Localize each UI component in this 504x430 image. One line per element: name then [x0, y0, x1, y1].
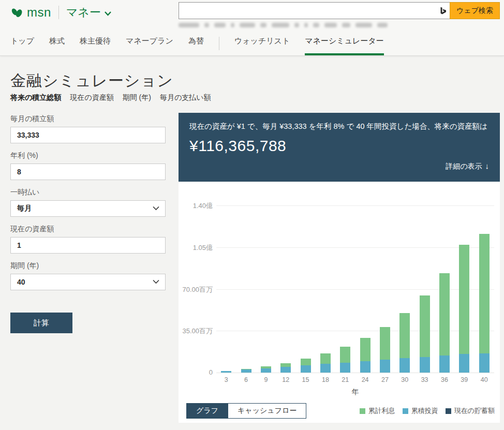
- x-axis-tick: 40: [474, 376, 494, 383]
- main-nav: トップ株式株主優待マネープラン為替ウォッチリストマネーシミュレーター: [10, 36, 399, 55]
- chart-legend: 累計利息累積投資現在の貯蓄額: [360, 406, 495, 416]
- msn-wordmark[interactable]: msn: [27, 5, 51, 20]
- bar-year-40[interactable]: [474, 234, 494, 373]
- search-input[interactable]: [179, 3, 436, 19]
- redacted-trending-row: [179, 22, 499, 28]
- field-input-0[interactable]: [10, 127, 166, 143]
- x-axis-tick: 39: [454, 376, 474, 383]
- chart-view-tab-1[interactable]: キャッシュフロー: [228, 404, 306, 418]
- msn-butterfly-icon: [10, 6, 24, 20]
- bar-year-27[interactable]: [375, 327, 395, 373]
- show-details-link[interactable]: 詳細の表示↓: [189, 161, 489, 171]
- field-select-4[interactable]: 40: [10, 274, 166, 290]
- chart-view-tab-0[interactable]: グラフ: [187, 404, 228, 418]
- select-chevron-icon: [153, 206, 159, 211]
- bar-year-21[interactable]: [335, 347, 355, 373]
- x-axis-tick: 6: [236, 376, 256, 383]
- field-label: 期間 (年): [10, 261, 166, 271]
- bar-year-15[interactable]: [295, 359, 315, 373]
- bar-year-30[interactable]: [395, 313, 414, 373]
- bar-segment: [241, 369, 251, 373]
- nav-item-4[interactable]: 為替: [188, 36, 204, 55]
- y-axis-tick: 1.40億: [179, 201, 213, 211]
- legend-swatch-icon: [360, 408, 365, 414]
- chart-footer: グラフキャッシュフロー 累計利息累積投資現在の貯蓄額: [186, 403, 495, 419]
- bar-year-9[interactable]: [256, 366, 276, 373]
- nav-item-1[interactable]: 株式: [49, 36, 65, 55]
- bar-year-39[interactable]: [454, 245, 474, 373]
- subtab-2[interactable]: 期間 (年): [123, 93, 151, 102]
- x-axis-tick: 18: [316, 376, 335, 383]
- bar-segment: [420, 357, 430, 373]
- y-axis-tick: 1.05億: [179, 243, 213, 253]
- field-input-1[interactable]: [10, 164, 166, 180]
- search-box: [179, 2, 450, 19]
- bing-icon: [436, 6, 450, 15]
- field-label: 現在の資産額: [10, 225, 166, 234]
- legend-item: 累計利息: [360, 406, 395, 416]
- bar-year-3[interactable]: [216, 371, 236, 373]
- bar-year-12[interactable]: [276, 363, 295, 373]
- bar-segment: [301, 365, 311, 373]
- top-header: msn マネー ウェブ検索 トップ株式株主優待マネープラン為替ウォッチリストマネ…: [0, 0, 504, 56]
- y-axis-tick: 70.00百万: [179, 285, 213, 294]
- form-field: 現在の資産額: [10, 225, 166, 254]
- bar-segment: [360, 338, 370, 361]
- bar-segment: [320, 353, 331, 364]
- nav-item-5[interactable]: ウォッチリスト: [234, 36, 290, 55]
- form-field: 一時払い毎月: [10, 188, 166, 217]
- field-label: 年利 (%): [10, 151, 166, 160]
- bar-year-6[interactable]: [236, 369, 256, 373]
- x-axis-tick: 30: [395, 376, 414, 383]
- bar-segment: [459, 245, 469, 354]
- web-search-button[interactable]: ウェブ検索: [450, 2, 500, 19]
- page-title: 金融シミュレーション: [10, 70, 173, 92]
- nav-item-2[interactable]: 株主優待: [80, 36, 111, 55]
- bar-series: [216, 234, 494, 373]
- bar-segment: [380, 327, 390, 360]
- nav-item-0[interactable]: トップ: [10, 36, 34, 55]
- chevron-down-icon[interactable]: [105, 11, 111, 16]
- bar-segment: [439, 355, 450, 373]
- field-select-2[interactable]: 毎月: [10, 200, 166, 217]
- nav-item-6[interactable]: マネーシミュレーター: [305, 36, 383, 55]
- bar-segment: [221, 371, 231, 373]
- y-axis-tick: 35.00百万: [179, 327, 213, 336]
- bar-year-24[interactable]: [355, 338, 375, 373]
- bar-segment: [420, 295, 430, 357]
- x-axis-title: 年: [216, 388, 494, 397]
- subtab-0[interactable]: 将来の積立総額: [10, 93, 61, 102]
- legend-label: 累積投資: [411, 406, 438, 416]
- x-axis-tick: 27: [375, 376, 395, 383]
- gridline: [216, 205, 494, 206]
- x-axis-tick: 24: [355, 376, 375, 383]
- arrow-down-icon: ↓: [485, 161, 490, 170]
- bar-segment: [320, 364, 331, 373]
- field-input-3[interactable]: [10, 237, 166, 254]
- show-details-label: 詳細の表示: [446, 162, 482, 170]
- bar-segment: [459, 354, 469, 373]
- bar-segment: [340, 363, 350, 373]
- bar-segment: [399, 313, 410, 358]
- x-axis-ticks: 3691215182124273033363940: [216, 376, 494, 383]
- legend-label: 現在の貯蓄額: [454, 406, 495, 416]
- y-axis-tick: 0: [179, 368, 213, 376]
- x-axis-tick: 3: [216, 376, 236, 383]
- bar-year-18[interactable]: [316, 353, 335, 373]
- x-axis-tick: 12: [276, 376, 295, 383]
- field-label: 一時払い: [10, 188, 166, 197]
- chart-panel: 年 グラフキャッシュフロー 累計利息累積投資現在の貯蓄額 035.00百万70.…: [179, 183, 500, 423]
- vertical-title[interactable]: マネー: [66, 5, 101, 20]
- bar-segment: [280, 367, 291, 373]
- brand: msn マネー: [10, 5, 111, 20]
- subtab-1[interactable]: 現在の資産額: [70, 93, 113, 102]
- select-chevron-icon: [153, 279, 159, 284]
- nav-item-3[interactable]: マネープラン: [126, 36, 173, 55]
- legend-item: 累積投資: [403, 406, 438, 416]
- x-axis-tick: 15: [295, 376, 315, 383]
- bar-year-36[interactable]: [435, 273, 454, 373]
- bar-year-33[interactable]: [414, 295, 434, 373]
- calculate-button[interactable]: 計算: [10, 313, 72, 333]
- subtab-3[interactable]: 毎月の支払い額: [160, 93, 211, 102]
- result-panel: 現在の資産が ¥1 で、毎月 ¥33,333 を年利 8% で 40 年間投資し…: [179, 113, 500, 182]
